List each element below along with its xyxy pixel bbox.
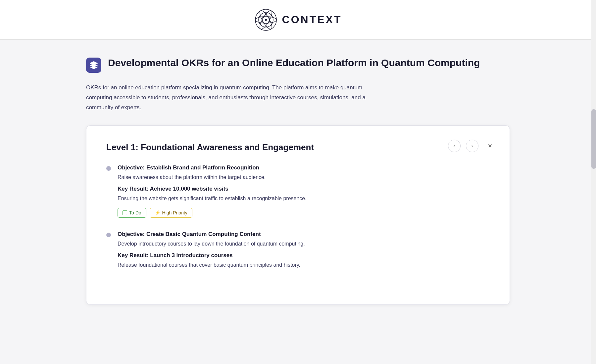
- close-button[interactable]: ×: [484, 140, 496, 152]
- title-section: Developmental OKRs for an Online Educati…: [86, 56, 510, 73]
- tag-list: To Do ⚡ High Priority: [118, 208, 490, 218]
- lightning-icon: ⚡: [155, 210, 160, 215]
- main-content: Developmental OKRs for an Online Educati…: [66, 40, 530, 321]
- key-result-title: Key Result: Launch 3 introductory course…: [118, 252, 490, 259]
- scrollbar-track[interactable]: [591, 0, 596, 364]
- objective-item: Objective: Establish Brand and Platform …: [106, 164, 490, 218]
- objective-description: Develop introductory courses to lay down…: [118, 240, 490, 248]
- close-icon: ×: [488, 142, 492, 150]
- objective-content: Objective: Create Basic Quantum Computin…: [118, 231, 490, 274]
- chevron-left-icon: ‹: [453, 143, 455, 149]
- bullet-point: [106, 233, 111, 237]
- objective-item: Objective: Create Basic Quantum Computin…: [106, 231, 490, 274]
- page-title: Developmental OKRs for an Online Educati…: [108, 56, 480, 69]
- objective-content: Objective: Establish Brand and Platform …: [118, 164, 490, 218]
- context-logo-icon: [254, 8, 277, 31]
- page-description: OKRs for an online education platform sp…: [86, 83, 384, 112]
- objectives-list: Objective: Establish Brand and Platform …: [106, 164, 490, 274]
- todo-tag[interactable]: To Do: [118, 208, 146, 218]
- chevron-right-icon: ›: [471, 143, 473, 149]
- content-card: ‹ › × Level 1: Foundational Awareness an…: [86, 125, 510, 304]
- key-result-description: Release foundational courses that cover …: [118, 261, 490, 269]
- logo-container: CONTEXT: [254, 8, 342, 31]
- app-header: CONTEXT: [0, 0, 596, 40]
- card-title: Level 1: Foundational Awareness and Enga…: [106, 142, 490, 153]
- card-nav: ‹ › ×: [448, 140, 496, 152]
- key-result-description: Ensuring the website gets significant tr…: [118, 194, 490, 203]
- next-button[interactable]: ›: [466, 140, 478, 152]
- checkbox-icon: [123, 210, 127, 215]
- key-result-title: Key Result: Achieve 10,000 website visit…: [118, 186, 490, 192]
- priority-tag[interactable]: ⚡ High Priority: [150, 208, 192, 218]
- objective-title: Objective: Create Basic Quantum Computin…: [118, 231, 490, 238]
- scrollbar-thumb[interactable]: [591, 109, 596, 169]
- todo-label: To Do: [129, 210, 141, 215]
- layers-icon: [86, 58, 101, 73]
- prev-button[interactable]: ‹: [448, 140, 461, 152]
- objective-description: Raise awareness about the platform withi…: [118, 173, 490, 182]
- logo-text: CONTEXT: [282, 14, 342, 26]
- objective-title: Objective: Establish Brand and Platform …: [118, 164, 490, 171]
- priority-label: High Priority: [162, 210, 187, 215]
- bullet-point: [106, 166, 111, 171]
- svg-point-3: [265, 19, 267, 21]
